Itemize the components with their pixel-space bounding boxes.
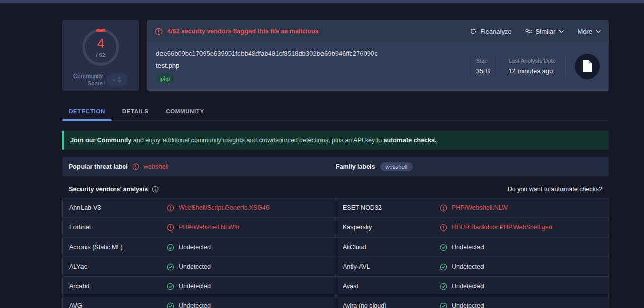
page-container: 4 / 62 Community Score (62, 20, 609, 308)
vendor-cell: AVGUndetected (63, 296, 336, 308)
vendor-cell: Antiy-AVLUndetected (336, 257, 608, 276)
file-type-badge (575, 54, 600, 79)
detection-total: / 62 (96, 52, 105, 58)
vendor-result-text: Undetected (452, 244, 484, 251)
table-row: AVGUndetectedAvira (no cloud)Undetected (63, 296, 608, 308)
join-community-banner: Join our Community and enjoy additional … (62, 131, 609, 150)
table-row: Acronis (Static ML)UndetectedAliCloudUnd… (63, 238, 608, 257)
vendor-result-text: WebShell/Script.Generic.XSG46 (179, 204, 269, 211)
divider (565, 56, 566, 77)
undetected-check-icon (440, 302, 447, 308)
reanalyze-icon (470, 28, 477, 35)
file-meta: Size 35 B Last Analysis Date 12 minutes … (467, 54, 600, 79)
file-hash[interactable]: dee56b09bc17095e639951fcbb48dfab481cf851… (156, 50, 378, 57)
vendor-cell: AliCloudUndetected (336, 238, 608, 257)
vendor-table: AhnLab-V3WebShell/Script.Generic.XSG46ES… (62, 198, 609, 308)
chevron-down-icon (596, 30, 601, 33)
vendor-name: Arcabit (69, 283, 167, 290)
join-community-link[interactable]: Join our Community (70, 137, 132, 144)
flag-message-text: 4/62 security vendors flagged this file … (167, 28, 319, 35)
last-analysis-date: Last Analysis Date 12 minutes ago (499, 58, 565, 75)
vendor-result-text: HEUR:Backdoor.PHP.WebShell.gen (452, 224, 552, 231)
info-icon[interactable] (152, 186, 159, 193)
file-size: Size 35 B (467, 58, 499, 75)
similar-button[interactable]: Similar (525, 28, 565, 35)
undetected-check-icon (167, 302, 174, 308)
tag-php[interactable]: php (156, 74, 174, 83)
file-tags: php (156, 74, 378, 83)
vendors-analysis-header: Security vendors' analysis Do you want t… (62, 181, 609, 198)
threat-label-row: Popular threat label webshell Family lab… (62, 157, 609, 176)
top-navigation-strip (0, 0, 644, 3)
community-vote-widget[interactable] (107, 73, 128, 86)
family-labels-label: Family labels (336, 163, 375, 170)
banner-text: and enjoy additional community insights … (132, 137, 384, 144)
undetected-check-icon (167, 263, 174, 271)
similar-icon (525, 28, 532, 34)
vendor-result: Undetected (440, 283, 484, 290)
threat-value[interactable]: webshell (144, 163, 169, 170)
vendor-cell: AhnLab-V3WebShell/Script.Generic.XSG46 (63, 198, 336, 217)
vendor-result-text: Undetected (452, 302, 484, 308)
vendor-cell: ESET-NOD32PHP/Webshell.NLW (336, 198, 608, 217)
detection-count: 4 (97, 37, 104, 50)
more-button[interactable]: More (577, 28, 601, 35)
chevron-down-icon (559, 30, 564, 33)
vendor-name: ALYac (69, 263, 167, 270)
malicious-warning-icon (440, 204, 447, 212)
vendor-cell: KasperskyHEUR:Backdoor.PHP.WebShell.gen (336, 218, 608, 237)
table-row: AhnLab-V3WebShell/Script.Generic.XSG46ES… (63, 198, 608, 218)
vendor-result: PHP/Webshell.NLW!tr (167, 224, 240, 232)
vendor-result-text: PHP/Webshell.NLW (452, 204, 508, 211)
community-score-label: Community Score (73, 72, 103, 87)
vendor-cell: ArcabitUndetected (63, 277, 336, 296)
vendor-name: Fortinet (69, 224, 167, 231)
vote-dot-icon (113, 79, 115, 81)
summary-section: 4 / 62 Community Score (62, 20, 609, 91)
vendor-result-text: Undetected (179, 283, 211, 290)
table-row: ALYacUndetectedAntiy-AVLUndetected (63, 257, 608, 277)
malicious-warning-icon (167, 204, 174, 212)
popular-threat-label: Popular threat label (69, 163, 128, 170)
vendor-name: AhnLab-V3 (69, 204, 167, 211)
tab-detection[interactable]: DETECTION (62, 103, 112, 120)
automate-checks-question[interactable]: Do you want to automate checks? (508, 186, 602, 193)
vendor-result-text: PHP/Webshell.NLW!tr (179, 224, 240, 231)
automate-checks-link[interactable]: automate checks. (384, 137, 437, 144)
vendor-result: Undetected (440, 263, 484, 271)
date-value: 12 minutes ago (508, 67, 556, 75)
header-actions: Reanalyze Similar More (470, 28, 601, 35)
malicious-warning-icon (440, 224, 447, 232)
file-name: test.php (156, 62, 378, 69)
undetected-check-icon (440, 263, 447, 271)
vendor-result-text: Undetected (179, 244, 211, 251)
vendor-name: AVG (69, 302, 167, 308)
vendor-result: Undetected (167, 263, 211, 271)
vendor-cell: Avira (no cloud)Undetected (336, 296, 608, 308)
vendor-cell: Acronis (Static ML)Undetected (63, 238, 336, 257)
vendor-name: Antiy-AVL (343, 263, 440, 270)
undetected-check-icon (167, 244, 174, 251)
vendors-analysis-title: Security vendors' analysis (69, 186, 148, 193)
vendor-result-text: Undetected (179, 302, 211, 308)
file-info-section: dee56b09bc17095e639951fcbb48dfab481cf851… (147, 42, 609, 91)
vendor-cell: FortinetPHP/Webshell.NLW!tr (63, 218, 336, 237)
vote-arrows-icon[interactable] (117, 76, 121, 83)
tab-details[interactable]: DETAILS (116, 103, 155, 120)
vendor-result-text: Undetected (452, 283, 484, 290)
vendor-result: Undetected (440, 302, 484, 308)
undetected-check-icon (167, 283, 174, 290)
family-label-pill[interactable]: webshell (380, 162, 413, 171)
malicious-warning-icon (167, 224, 174, 232)
date-label: Last Analysis Date (508, 58, 556, 64)
detection-gauge: 4 / 62 (79, 26, 122, 68)
reanalyze-button[interactable]: Reanalyze (470, 28, 511, 35)
warning-icon (155, 28, 163, 35)
file-identity: dee56b09bc17095e639951fcbb48dfab481cf851… (156, 50, 378, 83)
vendor-result-text: Undetected (179, 263, 211, 270)
file-report-card: 4/62 security vendors flagged this file … (147, 20, 609, 91)
undetected-check-icon (440, 283, 447, 290)
vendor-name: Avira (no cloud) (343, 302, 440, 308)
vendor-result: Undetected (440, 244, 484, 251)
tab-community[interactable]: COMMUNITY (159, 103, 210, 120)
